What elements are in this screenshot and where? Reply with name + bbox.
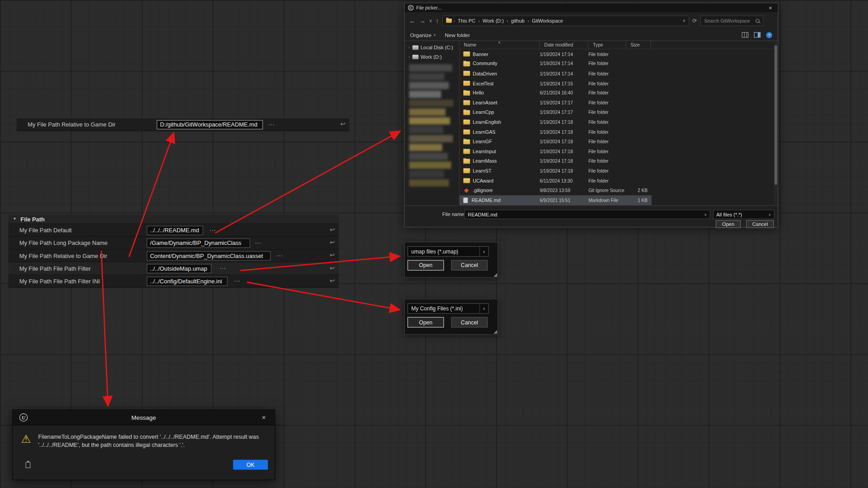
browse-ellipsis-button[interactable]: ... <box>210 226 216 232</box>
reset-to-default-icon[interactable]: ↩ <box>340 121 345 128</box>
breadcrumb-github[interactable]: github <box>509 18 526 23</box>
forward-icon[interactable]: → <box>419 17 426 24</box>
file-size: 2 KB <box>626 188 649 193</box>
file-type: File folder <box>589 149 626 154</box>
file-date: 1/19/2024 17:18 <box>540 119 589 125</box>
browse-ellipsis-button[interactable]: ... <box>220 264 226 270</box>
file-row[interactable]: .gitignore9/8/2023 13:59Git Ignore Sourc… <box>459 186 651 196</box>
file-row[interactable]: LearnAsset1/19/2024 17:17File folder <box>459 98 651 108</box>
open-button[interactable]: Open <box>716 220 741 228</box>
browse-ellipsis-button[interactable]: ... <box>234 277 241 282</box>
browse-ellipsis-button[interactable]: ... <box>269 120 275 126</box>
address-dropdown-chevron-icon[interactable]: ∨ <box>683 18 686 23</box>
recent-locations-chevron-icon[interactable]: ∨ <box>429 18 432 23</box>
up-icon[interactable]: ↑ <box>436 17 439 24</box>
change-view-icon[interactable] <box>742 32 749 38</box>
search-input[interactable]: Search GitWorkspace <box>700 15 764 26</box>
folder-icon <box>463 159 470 164</box>
folder-icon <box>446 19 452 23</box>
open-button[interactable]: Open <box>407 317 444 328</box>
copy-to-clipboard-icon[interactable] <box>25 462 30 468</box>
chevron-down-icon[interactable]: ∨ <box>479 247 488 256</box>
chevron-down-icon[interactable]: ∨ <box>766 212 771 217</box>
folder-icon <box>463 52 470 56</box>
file-row[interactable]: LearnInput1/19/2024 17:18File folder <box>459 146 651 156</box>
chevron-down-icon[interactable]: ∨ <box>702 212 707 217</box>
file-path-input[interactable]: Content/Dynamic/BP_DynamicClass.uasset <box>146 251 270 261</box>
file-path-input[interactable]: ../../../README.md <box>146 226 203 235</box>
organize-button[interactable]: Organize ∨ <box>410 32 436 38</box>
cancel-button[interactable]: Cancel <box>451 317 488 328</box>
reset-to-default-icon[interactable]: ↩ <box>330 226 335 234</box>
file-row[interactable]: LearnMass1/19/2024 17:18File folder <box>459 156 651 166</box>
file-row[interactable]: ExcelTest1/19/2024 17:15File folder <box>459 79 651 89</box>
file-type: File folder <box>589 110 626 115</box>
section-header[interactable]: ▼ File Path <box>8 215 339 224</box>
close-icon[interactable]: × <box>259 413 268 421</box>
chevron-down-icon[interactable]: ∨ <box>479 304 488 313</box>
browse-ellipsis-button[interactable]: ... <box>255 239 261 244</box>
preview-pane-icon[interactable] <box>754 32 761 38</box>
file-row[interactable]: LearnGF1/19/2024 17:18File folder <box>459 137 651 147</box>
file-path-input[interactable]: ../../Config/DefaultEngine.ini <box>146 277 227 286</box>
reset-to-default-icon[interactable]: ↩ <box>330 239 335 246</box>
file-path-input[interactable]: ../../OutsideMap.umap <box>146 264 211 273</box>
message-body: ⚠ FilenameToLongPackageName failed to co… <box>13 426 274 480</box>
reset-to-default-icon[interactable]: ↩ <box>330 252 335 259</box>
file-filter-select[interactable]: My Config Files (*.ini) ∨ <box>407 303 489 314</box>
back-icon[interactable]: ← <box>409 17 416 24</box>
reset-to-default-icon[interactable]: ↩ <box>330 264 335 272</box>
organize-label: Organize <box>410 32 431 38</box>
sidebar-item-work-d[interactable]: › Work (D:) <box>405 52 459 61</box>
file-row[interactable]: DataDriven1/19/2024 17:14File folder <box>459 69 651 79</box>
resize-grip-icon[interactable]: ◢ <box>494 329 497 334</box>
file-row-selected[interactable]: README.md6/9/2021 15:51Markdown File1 KB <box>459 195 651 205</box>
scrollbar-thumb[interactable] <box>774 45 777 185</box>
file-row[interactable]: Banner1/19/2024 17:14File folder <box>459 49 651 59</box>
file-name-value: README.md <box>468 211 498 217</box>
cancel-button[interactable]: Cancel <box>746 220 774 228</box>
expander-icon[interactable]: › <box>409 45 410 50</box>
close-icon[interactable]: × <box>766 5 774 11</box>
refresh-icon[interactable]: ⟳ <box>693 18 697 23</box>
address-bar[interactable]: › This PC › Work (D:) › github › GitWork… <box>442 15 689 26</box>
breadcrumb-this-pc[interactable]: This PC <box>456 18 477 23</box>
column-header-date-modified[interactable]: Date modified <box>540 41 589 49</box>
file-row[interactable]: LearnST1/19/2024 17:18File folder <box>459 166 651 176</box>
file-name-input[interactable]: README.md ∨ <box>464 210 710 219</box>
property-label: My File Path Long Package Name <box>19 239 108 246</box>
browse-ellipsis-button[interactable]: ... <box>277 251 283 257</box>
file-row[interactable]: LearnGAS1/19/2024 17:18File folder <box>459 127 651 137</box>
resize-grip-icon[interactable]: ◢ <box>494 272 497 277</box>
cancel-button[interactable]: Cancel <box>451 260 488 271</box>
column-header-name[interactable]: ∧ Name <box>459 41 540 49</box>
open-button[interactable]: Open <box>407 260 444 271</box>
column-header-size[interactable]: Size <box>626 41 651 49</box>
expander-icon[interactable]: › <box>409 54 410 59</box>
ok-button[interactable]: OK <box>233 460 268 470</box>
reset-to-default-icon[interactable]: ↩ <box>330 277 335 284</box>
sidebar-item-local-disk-c[interactable]: › Local Disk (C:) <box>405 42 459 52</box>
markdown-file-icon <box>463 197 468 203</box>
help-icon[interactable]: ? <box>766 32 772 38</box>
expand-caret-icon[interactable]: ▼ <box>13 217 16 221</box>
file-name: LearnEnglish <box>473 119 501 125</box>
file-path-input[interactable]: D:/github/GitWorkspace/README.md <box>157 120 263 130</box>
file-name: README.md <box>472 197 500 203</box>
breadcrumb-work-d[interactable]: Work (D:) <box>481 18 505 23</box>
file-row[interactable]: Hello6/21/2024 16:40File folder <box>459 88 651 98</box>
file-row[interactable]: UCAward6/11/2024 13:30File folder <box>459 176 651 186</box>
file-row[interactable]: LearnCpp1/19/2024 17:17File folder <box>459 108 651 117</box>
file-type-select[interactable]: All files (*.*) ∨ <box>713 210 774 219</box>
new-folder-button[interactable]: New folder <box>445 32 470 38</box>
file-date: 1/19/2024 17:14 <box>540 71 589 76</box>
file-path-input[interactable]: /Game/Dynamic/BP_DynamicClass <box>146 239 250 248</box>
column-header-type[interactable]: Type <box>589 41 626 49</box>
breadcrumb-gitworkspace[interactable]: GitWorkspace <box>530 18 565 23</box>
file-row[interactable]: Community1/19/2024 17:14File folder <box>459 59 651 69</box>
file-row[interactable]: LearnEnglish1/19/2024 17:18File folder <box>459 117 651 127</box>
gitignore-file-icon <box>464 188 468 192</box>
places-sidebar: › Local Disk (C:) › Work (D:) <box>405 41 459 206</box>
vertical-scrollbar[interactable] <box>774 41 778 206</box>
file-filter-select[interactable]: umap files (*.umap) ∨ <box>407 246 489 257</box>
